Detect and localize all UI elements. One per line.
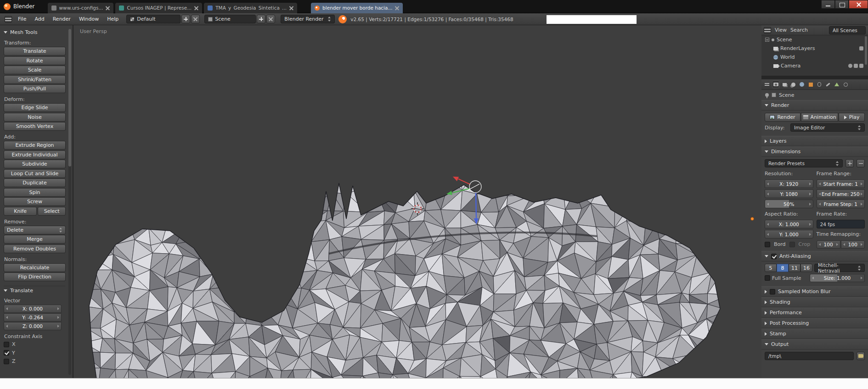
duplicate-button[interactable]: Duplicate <box>4 178 66 187</box>
axis-y-checkbox[interactable] <box>4 350 9 356</box>
add-screen-layout-button[interactable] <box>181 15 190 23</box>
output-path-field[interactable]: /tmp\ <box>765 352 854 360</box>
browser-tab-3[interactable]: TMA_y_Geodesia_Sintetica_... <box>204 3 297 13</box>
pin-icon[interactable] <box>765 93 769 97</box>
knife-select-button[interactable]: Select <box>38 207 66 216</box>
translate-button[interactable]: Translate <box>4 47 66 56</box>
outliner-search-menu[interactable]: Search <box>790 27 808 33</box>
recalculate-button[interactable]: Recalculate <box>4 263 66 272</box>
aa-filter-dropdown[interactable]: Mitchell-Netravali <box>814 264 865 272</box>
sampled-motion-blur-checkbox[interactable] <box>770 289 775 295</box>
remove-scene-button[interactable] <box>266 15 275 23</box>
add-scene-button[interactable] <box>257 15 265 23</box>
aa-samples-16-button[interactable]: 16 <box>800 264 812 272</box>
remove-doubles-button[interactable]: Remove Doubles <box>4 245 66 253</box>
remap-new-field[interactable]: 100 <box>841 240 865 249</box>
mesh-tools-panel-header[interactable]: Mesh Tools <box>4 28 65 37</box>
tab-close-icon[interactable] <box>395 6 399 10</box>
render-toggle-icon[interactable] <box>859 64 863 68</box>
minimize-button[interactable] <box>821 0 835 9</box>
menu-help[interactable]: Help <box>103 14 123 25</box>
viewport-3d[interactable]: User Persp <box>73 25 761 378</box>
outliner-item-camera[interactable]: Camera <box>761 61 868 70</box>
outliner-item-renderlayers[interactable]: RenderLayers <box>761 44 868 53</box>
layers-panel-header[interactable]: Layers <box>761 136 868 146</box>
vector-z-field[interactable]: Z: 0.000 <box>4 322 62 330</box>
aa-samples-5-button[interactable]: 5 <box>765 264 777 272</box>
display-mode-dropdown[interactable]: Image Editor <box>790 123 865 132</box>
outliner-scrollbar-thumb[interactable] <box>865 36 867 65</box>
aa-size-slider[interactable]: Size: 1.000 <box>810 274 865 282</box>
push-pull-button[interactable]: Push/Pull <box>4 84 66 93</box>
translate-operator-panel-header[interactable]: Translate <box>4 286 65 295</box>
render-tab[interactable] <box>772 81 779 88</box>
scene-tab[interactable] <box>789 81 797 88</box>
modifiers-tab[interactable] <box>824 81 832 88</box>
properties-editor-icon[interactable] <box>763 81 771 88</box>
performance-panel-header[interactable]: Performance <box>761 307 868 318</box>
resolution-x-field[interactable]: X: 1920 <box>765 179 813 188</box>
axis-x-checkbox[interactable] <box>4 342 9 347</box>
physics-tab[interactable] <box>842 81 849 88</box>
menu-window[interactable]: Window <box>75 14 103 25</box>
edge-slide-button[interactable]: Edge Slide <box>4 103 66 112</box>
border-checkbox[interactable] <box>765 242 770 247</box>
render-animation-button[interactable]: Animation <box>801 113 838 122</box>
crop-checkbox[interactable] <box>789 242 795 247</box>
menu-file[interactable]: File <box>14 14 30 25</box>
image-toggle-icon[interactable] <box>859 46 863 50</box>
full-sample-checkbox[interactable] <box>765 275 770 281</box>
browser-tab-1[interactable]: www.urs-configs... <box>48 3 114 13</box>
end-frame-field[interactable]: End Frame: 250 <box>817 189 865 198</box>
resolution-y-field[interactable]: Y: 1080 <box>765 189 813 198</box>
maximize-button[interactable] <box>835 0 849 9</box>
spin-button[interactable]: Spin <box>4 188 66 197</box>
aa-samples-11-button[interactable]: 11 <box>789 264 800 272</box>
render-panel-header[interactable]: Render <box>761 100 868 111</box>
scene-selector[interactable]: Scene <box>204 15 256 23</box>
merge-button[interactable]: Merge <box>4 235 66 244</box>
delete-menu-button[interactable]: Delete <box>4 226 66 234</box>
manipulator-x-arrow[interactable] <box>453 177 459 181</box>
browse-output-button[interactable] <box>857 352 865 360</box>
region-divider[interactable] <box>761 76 868 79</box>
axis-z-checkbox[interactable] <box>4 359 9 364</box>
play-rendered-button[interactable]: Play <box>839 113 865 122</box>
subdivide-button[interactable]: Subdivide <box>4 160 66 168</box>
world-tab[interactable] <box>798 81 806 88</box>
frame-rate-dropdown[interactable]: 24 fps <box>817 220 865 228</box>
anti-aliasing-checkbox[interactable] <box>771 254 777 259</box>
tab-close-icon[interactable] <box>194 6 198 10</box>
vector-y-field[interactable]: Y: -0.264 <box>4 313 62 322</box>
constraints-tab[interactable] <box>816 81 823 88</box>
frame-step-field[interactable]: Frame Step: 1 <box>817 200 865 208</box>
screw-button[interactable]: Screw <box>4 197 66 206</box>
toolshelf-scrollbar-thumb[interactable] <box>68 29 71 167</box>
dimensions-panel-header[interactable]: Dimensions <box>761 146 868 157</box>
outliner-display-mode[interactable]: All Scenes <box>829 26 866 34</box>
output-panel-header[interactable]: Output <box>761 339 868 350</box>
loop-cut-button[interactable]: Loop Cut and Slide <box>4 169 66 178</box>
data-tab[interactable] <box>833 81 840 88</box>
scale-button[interactable]: Scale <box>4 66 66 74</box>
sampled-motion-blur-panel-header[interactable]: Sampled Motion Blur <box>761 286 868 297</box>
collapse-minus-icon[interactable] <box>765 38 769 42</box>
smooth-vertex-button[interactable]: Smooth Vertex <box>4 122 66 131</box>
close-button[interactable] <box>849 0 868 9</box>
shading-panel-header[interactable]: Shading <box>761 297 868 307</box>
lamp-object-dot[interactable] <box>751 217 754 221</box>
outliner-editor-icon[interactable] <box>764 27 771 33</box>
render-engine-selector[interactable]: Blender Render <box>281 15 335 23</box>
remove-preset-button[interactable] <box>857 159 865 167</box>
rotate-button[interactable]: Rotate <box>4 56 66 65</box>
flip-direction-button[interactable]: Flip Direction <box>4 272 66 281</box>
remap-old-field[interactable]: 100 <box>817 240 840 249</box>
browser-tab-2[interactable]: Cursos INAGEP | Represe... <box>115 3 202 13</box>
render-image-button[interactable]: Render <box>765 113 800 122</box>
resolution-percentage-slider[interactable]: 50% <box>765 200 813 208</box>
outliner-view-menu[interactable]: View <box>775 27 787 33</box>
outliner-item-scene[interactable]: Scene <box>761 35 868 44</box>
menu-render[interactable]: Render <box>49 14 75 25</box>
screen-layout-selector[interactable]: Default <box>126 15 180 23</box>
vector-x-field[interactable]: X: 0.000 <box>4 305 62 313</box>
